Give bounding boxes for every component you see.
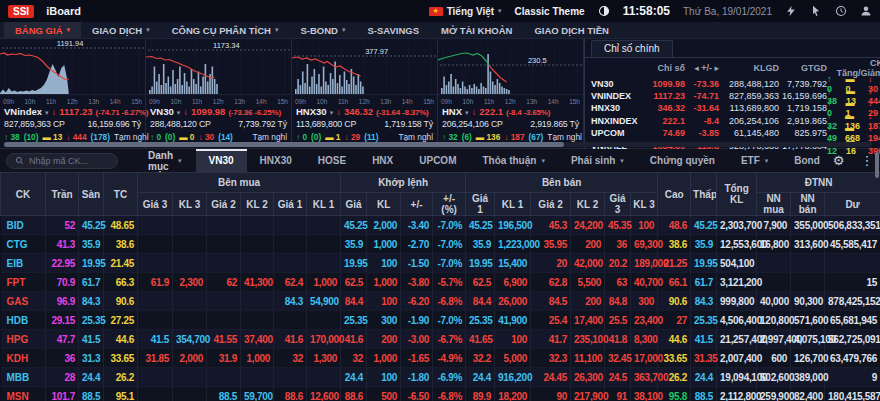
cell-sell-gia2[interactable]: 62.8 [531,273,571,292]
cell-match-gia[interactable]: 84.4 [341,292,367,311]
cell-sell-kl3[interactable]: 17,000 [631,349,658,368]
ceiling-cell[interactable]: 70.9 [46,273,79,292]
cell-thap[interactable]: 31.35 [691,349,717,368]
cell-buy-gia2[interactable] [207,216,241,235]
cell-buy-kl2[interactable]: 59,700 [241,387,274,401]
cell-match-chg[interactable]: -1.50 [401,254,433,273]
tab-phai-sinh[interactable]: Phái sinh▾ [558,149,637,173]
cell-thap[interactable]: 41.5 [691,330,717,349]
cell-thap[interactable]: 35.9 [691,235,717,254]
cell-sell-gia2[interactable]: 45.3 [531,216,571,235]
cell-sell-gia1[interactable]: 32.2 [466,349,495,368]
ticker-cell[interactable]: HDB [1,311,46,330]
cell-match-kl[interactable]: 1,000 [367,349,401,368]
cell-sell-gia2[interactable]: 25.4 [531,311,571,330]
cell-sell-kl1[interactable]: 1,223,000 [495,235,531,254]
cell-buy-kl2[interactable]: 41,300 [241,273,274,292]
cell-sell-gia3[interactable]: 41.8 [605,330,631,349]
cell-match-kl[interactable]: 100 [367,292,401,311]
cell-nn-mua[interactable]: 40,000 [757,292,791,311]
floor-cell[interactable]: 31.3 [79,349,104,368]
cell-sell-gia1[interactable]: 89.9 [466,387,495,401]
cell-sell-kl2[interactable]: 217,900 [571,387,605,401]
cell-buy-kl2[interactable] [241,254,274,273]
cell-buy-gia3[interactable]: 41.5 [138,330,173,349]
index-summary-row[interactable]: VNindex▾↓1117.23(-74.71 -6.27%) [0,106,145,119]
tab-etf[interactable]: ETF▾ [728,149,781,173]
cell-buy-kl3[interactable] [173,387,207,401]
cell-buy-gia2[interactable] [207,292,241,311]
cell-nn-ban[interactable]: 90,300 [791,292,825,311]
cell-match-chg[interactable]: -3.80 [401,273,433,292]
cell-match-gia[interactable]: 45.25 [341,216,367,235]
indices-col-header-[interactable]: ◂ +/- ▸ [685,63,719,73]
vertical-scrollbar-thumb[interactable] [875,152,879,178]
cell-nn-ban[interactable]: 571,600 [791,311,825,330]
cell-buy-gia3[interactable]: 31.85 [138,349,173,368]
cell-sell-gia2[interactable]: 32.3 [531,349,571,368]
menu-item-s-bond[interactable]: S-BOND▾ [289,22,356,38]
cell-buy-gia1[interactable]: 88.6 [274,387,307,401]
cell-match-chg[interactable]: -1.80 [401,368,433,387]
cell-nn-ban[interactable]: 355,000 [791,216,825,235]
cell-buy-gia1[interactable] [274,216,307,235]
cell-match-gia[interactable]: 62.5 [341,273,367,292]
cell-sell-kl2[interactable]: 200 [571,292,605,311]
menu-item-cong-cu-phan-tich[interactable]: CÔNG CỤ PHÂN TÍCH▾ [161,22,290,38]
floor-cell[interactable]: 84.3 [79,292,104,311]
ticker-cell[interactable]: GAS [1,292,46,311]
cell-sell-gia1[interactable]: 41.65 [466,330,495,349]
cell-buy-kl2[interactable] [241,292,274,311]
cell-sell-kl1[interactable]: 18,200 [495,387,531,401]
cell-tong-kl[interactable]: 4,506,400 [717,311,757,330]
cell-nn-mua[interactable] [757,254,791,273]
tab-hose[interactable]: HOSE [305,149,359,173]
index-summary-row[interactable]: VN30▾↓1099.98(-73.36 -6.25%) [146,106,291,119]
reference-cell[interactable]: 21.45 [104,254,138,273]
cell-match-chg[interactable]: -6.20 [401,292,433,311]
cell-match-kl[interactable]: 200 [367,330,401,349]
cell-sell-gia1[interactable]: 62.5 [466,273,495,292]
cell-buy-kl3[interactable] [173,368,207,387]
cell-sell-gia3[interactable]: 36 [605,235,631,254]
ceiling-cell[interactable]: 28 [46,368,79,387]
cell-sell-kl3[interactable]: 40,700 [631,273,658,292]
cell-buy-gia1[interactable]: 84.3 [274,292,307,311]
cell-nn-mua[interactable]: 259,900 [757,387,791,401]
menu-item-giao-dich[interactable]: GIAO DỊCH▾ [81,22,161,38]
cell-match-pct[interactable]: -7.0% [433,311,466,330]
cell-buy-kl3[interactable]: 2,000 [173,349,207,368]
cell-buy-kl3[interactable] [173,216,207,235]
cell-buy-gia1[interactable] [274,311,307,330]
cell-sell-gia3[interactable]: 32.45 [605,349,631,368]
cell-sell-kl1[interactable]: 916,200 [495,368,531,387]
cell-tong-kl[interactable]: 504,100 [717,254,757,273]
cell-match-kl[interactable]: 1,000 [367,273,401,292]
cell-thap[interactable]: 24.4 [691,368,717,387]
cell-buy-kl1[interactable] [307,235,341,254]
cell-cao[interactable]: 44.6 [658,330,691,349]
cell-du[interactable]: 506,833,351 [825,216,880,235]
cell-sell-kl3[interactable]: 100 [631,216,658,235]
cell-buy-kl1[interactable]: 54,900 [307,292,341,311]
cell-sell-kl1[interactable]: 6,900 [495,273,531,292]
cell-tong-kl[interactable]: 2,112,800 [717,387,757,401]
cell-sell-gia1[interactable]: 24.4 [466,368,495,387]
cell-match-pct[interactable]: -5.7% [433,273,466,292]
cell-buy-gia2[interactable]: 31.9 [207,349,241,368]
cell-buy-gia2[interactable] [207,311,241,330]
ceiling-cell[interactable]: 29.15 [46,311,79,330]
cell-match-kl[interactable]: 500 [367,387,401,401]
cell-tong-kl[interactable]: 19,094,100 [717,368,757,387]
cell-buy-gia2[interactable] [207,254,241,273]
tab-hnx30[interactable]: HNX30 [247,149,305,173]
cell-buy-gia2[interactable] [207,235,241,254]
cell-nn-ban[interactable]: 4,075,100 [791,330,825,349]
cell-thap[interactable]: 19.95 [691,254,717,273]
menu-item-s-savings[interactable]: S-SAVINGS [356,22,430,38]
reference-cell[interactable]: 33.65 [104,349,138,368]
cell-nn-ban[interactable] [791,273,825,292]
cell-buy-gia3[interactable] [138,368,173,387]
ceiling-cell[interactable]: 101.7 [46,387,79,401]
cell-match-gia[interactable]: 19.95 [341,254,367,273]
